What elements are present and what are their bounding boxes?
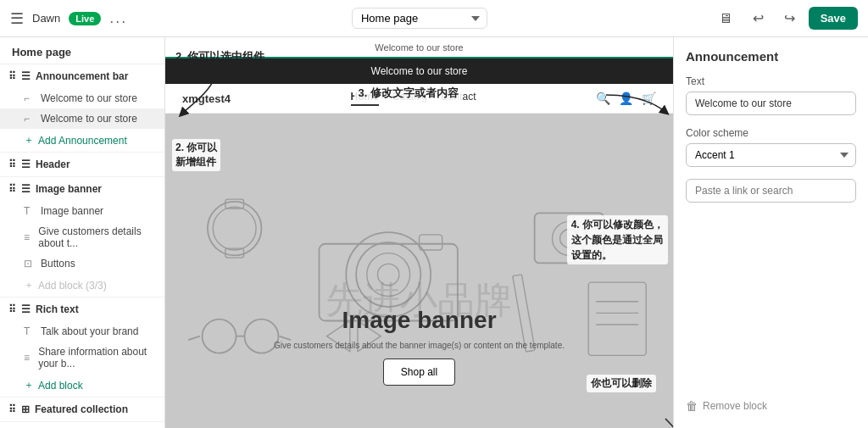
- welcome-header: Welcome to our store: [165, 37, 673, 58]
- topbar-center: Home page: [352, 8, 487, 29]
- svg-rect-9: [420, 235, 442, 250]
- sidebar-item-banner-1[interactable]: T Image banner: [0, 201, 164, 221]
- page-select[interactable]: Home page: [352, 8, 487, 29]
- sidebar-group-image-banner-header[interactable]: ⠿ ☰ Image banner: [0, 177, 164, 201]
- add-announcement-button[interactable]: ＋ Add Announcement: [0, 129, 164, 152]
- sidebar-item-announcement-1[interactable]: ⌐ Welcome to our store: [0, 88, 164, 108]
- desktop-view-button[interactable]: 🖥: [712, 8, 739, 30]
- banner-content: Image banner Give customers details abou…: [165, 307, 673, 386]
- topbar: ☰ Dawn Live ... Home page 🖥 ↩ ↪ Save: [0, 0, 868, 37]
- sidebar-group-rich-text-header[interactable]: ⠿ ☰ Rich text: [0, 297, 164, 321]
- right-panel: Announcement Text Color scheme Accent 1 …: [673, 37, 868, 428]
- sidebar-item-banner-2[interactable]: ≡ Give customers details about t...: [0, 221, 164, 253]
- plus-icon-rich: ＋: [24, 378, 34, 392]
- sidebar-group-collage-header[interactable]: ⠿ ☰ Collage: [0, 422, 164, 428]
- item-label-banner-2: Give customers details about t...: [38, 225, 156, 249]
- add-block-banner-button: ＋ Add block (3/3): [0, 274, 164, 297]
- panel-title: Announcement: [686, 49, 856, 64]
- canvas: 2. 你可以选中组件 Welcome to our store Welcome …: [165, 37, 673, 428]
- svg-point-1: [213, 207, 256, 250]
- item-label: Welcome to our store: [41, 92, 137, 104]
- group-icon-rich: ☰: [21, 303, 31, 315]
- drag-icon-rich: ⠿: [8, 303, 16, 315]
- panel-color-field: Color scheme Accent 1 Accent 2 Backgroun…: [686, 127, 856, 167]
- drag-icon: ⠿: [8, 70, 16, 82]
- drag-icon-banner: ⠿: [8, 183, 16, 195]
- group-icon: ☰: [21, 70, 31, 82]
- undo-button[interactable]: ↩: [746, 7, 771, 30]
- store-logo: xmgtest4: [182, 92, 231, 105]
- svg-point-12: [560, 229, 579, 247]
- panel-spacer: [686, 214, 856, 391]
- panel-link-input[interactable]: [686, 179, 856, 203]
- sidebar-group-header: ⠿ ☰ Header: [0, 152, 164, 176]
- group-icon-banner: ☰: [21, 183, 31, 195]
- list-icon: ≡: [24, 231, 33, 243]
- live-badge: Live: [69, 12, 101, 25]
- sidebar-group-featured-header[interactable]: ⠿ ⊞ Featured collection: [0, 397, 164, 421]
- search-icon[interactable]: 🔍: [596, 92, 610, 105]
- nav-contact[interactable]: Contact: [441, 91, 476, 106]
- topbar-left: ☰ Dawn Live ...: [10, 9, 127, 28]
- item-label-banner-1: Image banner: [41, 205, 103, 217]
- panel-text-field: Text: [686, 75, 856, 115]
- announcement-bar-preview[interactable]: Welcome to our store: [165, 58, 673, 84]
- nav-catalog[interactable]: Catalog: [392, 91, 427, 106]
- plus-icon: ＋: [24, 133, 34, 147]
- sidebar-item-rich-2[interactable]: ≡ Share information about your b...: [0, 342, 164, 374]
- sidebar-group-image-banner: ⠿ ☰ Image banner T Image banner ≡ Give c…: [0, 176, 164, 297]
- remove-block-button[interactable]: 🗑 Remove block: [686, 391, 856, 416]
- panel-color-select-wrap: Accent 1 Accent 2 Background 1 Backgroun…: [686, 143, 856, 167]
- sidebar-item-announcement-2[interactable]: ⌐ Welcome to our store: [0, 108, 164, 129]
- menu-icon[interactable]: ☰: [10, 9, 24, 28]
- banner-subtitle: Give customers details about the banner …: [165, 341, 673, 350]
- sidebar-group-rich-text: ⠿ ☰ Rich text T Talk about your brand ≡ …: [0, 297, 164, 397]
- banner-area: 先进小品牌 Image banner Give customers detail…: [165, 114, 673, 428]
- store-preview: Welcome to our store Welcome to our stor…: [165, 37, 673, 428]
- store-menu: Home Catalog Contact: [351, 91, 476, 106]
- sidebar-group-announcement: ⠿ ☰ Announcement bar ⌐ Welcome to our st…: [0, 64, 164, 152]
- cart-icon[interactable]: 🛒: [642, 92, 656, 105]
- sidebar: Home page ⠿ ☰ Announcement bar ⌐ Welcome…: [0, 37, 165, 428]
- group-label: Announcement bar: [36, 70, 128, 82]
- sidebar-group-header-header[interactable]: ⠿ ☰ Header: [0, 153, 164, 176]
- panel-text-label: Text: [686, 75, 856, 87]
- sidebar-item-rich-1[interactable]: T Talk about your brand: [0, 321, 164, 342]
- group-label-featured: Featured collection: [35, 403, 128, 415]
- text-icon: T: [24, 205, 36, 217]
- store-name: Dawn: [32, 12, 60, 25]
- store-nav: xmgtest4 Home Catalog Contact 🔍 👤 🛒: [165, 84, 673, 114]
- store-icons: 🔍 👤 🛒: [596, 92, 656, 105]
- panel-color-select[interactable]: Accent 1 Accent 2 Background 1 Backgroun…: [686, 143, 856, 167]
- save-button[interactable]: Save: [809, 7, 858, 30]
- group-label-header: Header: [36, 158, 70, 170]
- item-label-banner-3: Buttons: [41, 258, 75, 270]
- plus-icon-banner: ＋: [24, 278, 34, 292]
- item-label-rich-2: Share information about your b...: [38, 346, 156, 370]
- item-label-rich-1: Talk about your brand: [41, 325, 138, 337]
- sidebar-group-featured: ⠿ ⊞ Featured collection: [0, 397, 164, 421]
- add-block-rich-button[interactable]: ＋ Add block: [0, 374, 164, 397]
- more-options-button[interactable]: ...: [109, 9, 127, 27]
- drag-icon-header: ⠿: [8, 158, 16, 170]
- add-label-banner: Add block (3/3): [38, 280, 107, 292]
- shop-all-button[interactable]: Shop all: [383, 359, 455, 386]
- banner-title: Image banner: [165, 307, 673, 334]
- sidebar-group-announcement-header[interactable]: ⠿ ☰ Announcement bar: [0, 64, 164, 88]
- redo-button[interactable]: ↪: [777, 7, 802, 30]
- list-icon-rich: ≡: [24, 352, 33, 364]
- topbar-right: 🖥 ↩ ↪ Save: [712, 7, 858, 30]
- crop-icon-2: ⌐: [24, 113, 36, 125]
- group-icon-featured: ⊞: [21, 403, 30, 415]
- panel-text-input[interactable]: [686, 92, 856, 115]
- trash-icon: 🗑: [686, 399, 698, 413]
- user-icon[interactable]: 👤: [619, 92, 633, 105]
- sidebar-group-collage: ⠿ ☰ Collage ⌐ Collection ⌐ Product ⌐ Col…: [0, 421, 164, 428]
- item-label-2: Welcome to our store: [41, 113, 137, 125]
- sidebar-item-banner-3[interactable]: ⊡ Buttons: [0, 253, 164, 274]
- nav-home[interactable]: Home: [351, 91, 379, 106]
- drag-icon-featured: ⠿: [8, 403, 16, 415]
- svg-point-0: [208, 202, 262, 256]
- group-icon-header: ☰: [21, 158, 31, 170]
- group-label-banner: Image banner: [36, 183, 102, 195]
